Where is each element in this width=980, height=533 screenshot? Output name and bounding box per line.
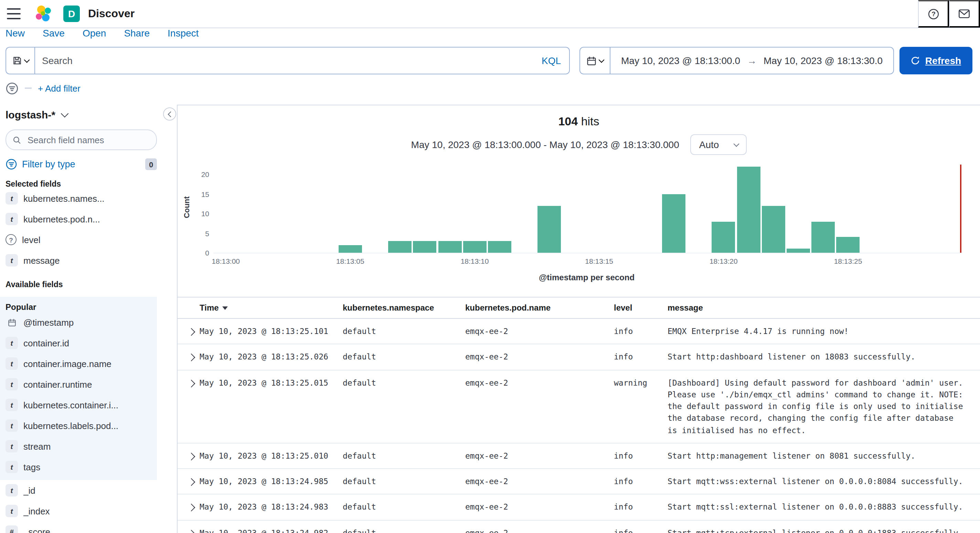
histogram-bar[interactable] xyxy=(463,241,486,253)
search-input[interactable] xyxy=(35,55,533,66)
field-item[interactable]: tmessage xyxy=(5,250,162,271)
filter-icon[interactable] xyxy=(5,81,19,95)
date-quick-menu-button[interactable] xyxy=(580,48,611,74)
field-name: @timestamp xyxy=(24,317,74,327)
histogram-chart: Count 05101520 18:13:0018:13:0518:13:101… xyxy=(178,162,980,289)
histogram-bar[interactable] xyxy=(712,222,735,253)
time-range-label: May 10, 2023 @ 18:13:00.000 - May 10, 20… xyxy=(411,139,679,150)
histogram-bar[interactable] xyxy=(662,194,686,253)
date-end-button[interactable]: May 10, 2023 @ 18:13:30.0 xyxy=(764,55,883,66)
popular-heading: Popular xyxy=(5,302,157,312)
expand-row-button[interactable] xyxy=(186,477,197,488)
cell-time: May 10, 2023 @ 18:13:25.026 xyxy=(200,351,343,364)
field-name: _id xyxy=(24,485,35,495)
cell-message: Start mqtt:wss:external listener on 0.0.… xyxy=(668,476,975,488)
chevron-right-icon xyxy=(188,452,196,460)
refresh-label: Refresh xyxy=(925,55,961,66)
field-item[interactable]: tcontainer.runtime xyxy=(5,374,157,394)
x-tick-label: 18:13:00 xyxy=(212,257,240,265)
cell-time: May 10, 2023 @ 18:13:25.101 xyxy=(200,326,343,338)
interval-select[interactable]: Auto xyxy=(690,134,747,155)
field-item[interactable]: tkubernetes.labels.pod... xyxy=(5,415,157,436)
histogram-bar[interactable] xyxy=(438,241,461,253)
histogram-bar[interactable] xyxy=(762,206,785,253)
histogram-plot[interactable] xyxy=(213,164,960,254)
table-row: May 10, 2023 @ 18:13:25.026defaultemqx-e… xyxy=(178,345,980,370)
saved-query-menu-button[interactable] xyxy=(5,47,34,74)
filter-by-type-button[interactable]: Filter by type 0 xyxy=(5,158,157,170)
histogram-bar[interactable] xyxy=(737,167,760,253)
available-fields-heading: Available fields xyxy=(5,280,162,289)
field-item[interactable]: tkubernetes.names... xyxy=(5,188,162,209)
field-item[interactable]: tcontainer.id xyxy=(5,333,157,353)
elastic-logo[interactable] xyxy=(34,5,52,23)
calendar-icon xyxy=(5,316,18,329)
nav-link-inspect[interactable]: Inspect xyxy=(167,28,199,38)
field-item[interactable]: t_id xyxy=(5,480,162,501)
date-range: May 10, 2023 @ 18:13:00.0 → May 10, 2023… xyxy=(611,55,893,66)
collapse-sidebar-button[interactable] xyxy=(163,107,176,121)
cell-time: May 10, 2023 @ 18:13:24.983 xyxy=(200,502,343,514)
column-header-time[interactable]: Time xyxy=(200,303,343,313)
nav-link-share[interactable]: Share xyxy=(124,28,150,38)
field-item[interactable]: tstream xyxy=(5,436,157,456)
selected-fields-heading: Selected fields xyxy=(5,180,162,188)
cell-pod: emqx-ee-2 xyxy=(465,476,614,488)
expand-row-button[interactable] xyxy=(186,503,197,513)
popular-fields-section: Popular @timestamptcontainer.idtcontaine… xyxy=(0,297,157,480)
unknown-type-icon: ? xyxy=(5,234,16,245)
query-bar: KQL May 10, 2023 @ 18:13:00.0 → May 10, … xyxy=(5,47,972,74)
y-tick-label: 20 xyxy=(201,170,209,178)
field-search-input[interactable] xyxy=(26,134,150,146)
cell-pod: emqx-ee-2 xyxy=(465,527,614,533)
interval-value: Auto xyxy=(699,139,719,150)
table-body: May 10, 2023 @ 18:13:25.101defaultemqx-e… xyxy=(178,319,980,533)
chevron-right-icon xyxy=(188,530,196,533)
range-arrow-icon: → xyxy=(747,55,757,66)
field-item[interactable]: tcontainer.image.name xyxy=(5,353,157,374)
expand-row-button[interactable] xyxy=(186,528,197,533)
date-picker-group: May 10, 2023 @ 18:13:00.0 → May 10, 2023… xyxy=(579,47,894,74)
date-start-button[interactable]: May 10, 2023 @ 18:13:00.0 xyxy=(621,55,740,66)
histogram-bar[interactable] xyxy=(488,241,511,253)
refresh-button[interactable]: Refresh xyxy=(899,47,972,74)
field-item[interactable]: @timestamp xyxy=(5,312,157,333)
histogram-bar[interactable] xyxy=(787,249,810,253)
field-item[interactable]: tkubernetes.pod.n... xyxy=(5,209,162,229)
menu-icon[interactable] xyxy=(7,8,21,19)
histogram-bar[interactable] xyxy=(413,241,437,253)
field-item[interactable]: t_index xyxy=(5,501,162,521)
expand-row-button[interactable] xyxy=(186,326,197,337)
add-filter-button[interactable]: + Add filter xyxy=(38,83,81,93)
index-pattern-selector[interactable]: logstash-* xyxy=(5,106,67,123)
nav-link-save[interactable]: Save xyxy=(43,28,65,38)
histogram-bar[interactable] xyxy=(538,206,561,253)
histogram-bar[interactable] xyxy=(811,222,835,253)
histogram-bar[interactable] xyxy=(836,237,859,253)
nav-link-new[interactable]: New xyxy=(5,28,25,38)
discover-badge: D xyxy=(63,5,80,22)
email-icon[interactable] xyxy=(949,0,980,27)
table-row: May 10, 2023 @ 18:13:24.985defaultemqx-e… xyxy=(178,469,980,495)
string-type-icon: t xyxy=(5,192,18,204)
string-type-icon: t xyxy=(5,254,18,266)
field-item[interactable]: tkubernetes.container.i... xyxy=(5,394,157,415)
column-header-namespace: kubernetes.namespace xyxy=(343,303,465,313)
cell-pod: emqx-ee-2 xyxy=(465,502,614,514)
chevron-down-icon xyxy=(60,110,68,117)
calendar-icon xyxy=(586,56,597,66)
kql-button[interactable]: KQL xyxy=(533,55,569,66)
help-icon[interactable]: ? xyxy=(918,0,949,27)
page-title: Discover xyxy=(88,8,135,20)
histogram-bar[interactable] xyxy=(388,241,412,253)
expand-row-button[interactable] xyxy=(186,352,197,363)
hits-count: 104 xyxy=(558,115,578,128)
field-item[interactable]: ?level xyxy=(5,229,162,250)
expand-row-button[interactable] xyxy=(186,378,197,389)
expand-row-button[interactable] xyxy=(186,451,197,462)
field-item[interactable]: ttags xyxy=(5,456,157,477)
field-item[interactable]: #_score xyxy=(5,521,162,533)
histogram-bar[interactable] xyxy=(339,245,362,253)
app-header: D Discover ? xyxy=(0,0,980,28)
nav-link-open[interactable]: Open xyxy=(83,28,106,38)
